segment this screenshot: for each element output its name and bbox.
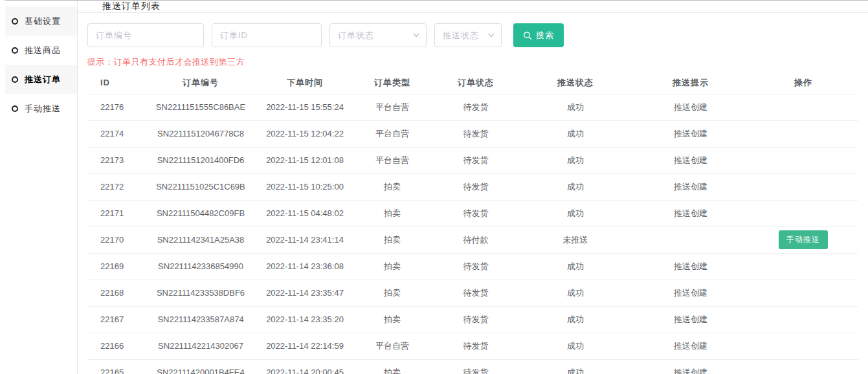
cell-order-no: SN2211151555C86BAE — [142, 94, 259, 120]
cell-push-hint: 推送创建 — [633, 253, 748, 280]
cell-push-status: 成功 — [518, 359, 633, 374]
col-header-actions: 操作 — [748, 72, 858, 94]
cell-status: 待付款 — [434, 226, 518, 253]
cell-order-no: SN22111504482C09FB — [142, 200, 259, 226]
cell-time: 2022-11-15 15:55:24 — [259, 94, 351, 120]
cell-type: 平台自营 — [351, 333, 434, 359]
sidebar-item-1[interactable]: 推送商品 — [5, 36, 77, 65]
sidebar: 基础设置 推送商品 推送订单 手动推送 — [0, 1, 78, 374]
cell-order-no: SN2211142214302067 — [142, 333, 259, 359]
cell-id: 22169 — [87, 253, 142, 280]
order-table: ID 订单编号 下单时间 订单类型 订单状态 推送状态 推送提示 操作 2217… — [87, 72, 858, 374]
cell-push-hint: 推送创建 — [633, 94, 748, 120]
col-header-push-hint: 推送提示 — [633, 72, 748, 94]
search-button-label: 搜索 — [536, 30, 554, 41]
cell-id: 22166 — [87, 333, 142, 359]
cell-status: 待发货 — [434, 94, 518, 120]
sidebar-item-label: 手动推送 — [25, 103, 61, 115]
cell-push-hint: 推送创建 — [633, 280, 748, 306]
cell-actions — [748, 359, 858, 374]
cell-actions — [748, 253, 858, 280]
table-row: 22171 SN22111504482C09FB 2022-11-15 04:4… — [87, 200, 858, 226]
cell-time: 2022-11-14 23:36:08 — [259, 253, 351, 280]
app-window: 基础设置 推送商品 推送订单 手动推送 推送订单列表 订单状态 — [0, 0, 868, 374]
cell-push-status: 成功 — [518, 280, 633, 306]
cell-push-status: 成功 — [518, 94, 633, 120]
cell-status: 待发货 — [434, 200, 518, 226]
cell-id: 22173 — [87, 147, 142, 173]
order-table-wrap: ID 订单编号 下单时间 订单类型 订单状态 推送状态 推送提示 操作 2217… — [87, 72, 858, 374]
cell-order-no: SN2211142341A25A38 — [142, 226, 259, 253]
cell-order-no: SN22111420001B4FE4 — [142, 359, 259, 374]
push-status-select[interactable]: 推送状态 — [434, 23, 502, 47]
sidebar-item-3[interactable]: 手动推送 — [5, 94, 77, 123]
manual-push-button[interactable]: 手动推送 — [779, 230, 828, 249]
cell-type: 平台自营 — [351, 94, 434, 120]
order-number-input[interactable] — [87, 23, 204, 47]
cell-actions — [748, 147, 858, 173]
cell-id: 22170 — [87, 226, 142, 253]
cell-push-hint: 推送创建 — [633, 306, 748, 333]
cell-status: 待发货 — [434, 280, 518, 306]
cell-time: 2022-11-14 20:00:45 — [259, 359, 351, 374]
cell-type: 拍卖 — [351, 173, 434, 200]
cell-type: 拍卖 — [351, 359, 434, 374]
cell-order-no: SN221114233587A874 — [142, 306, 259, 333]
col-header-status: 订单状态 — [434, 72, 518, 94]
order-status-select[interactable]: 订单状态 — [329, 23, 427, 47]
sidebar-item-0[interactable]: 基础设置 — [5, 6, 77, 36]
cell-actions — [748, 280, 858, 306]
circle-bullet-icon — [12, 18, 18, 25]
payment-hint-text: 提示：订单只有支付后才会推送到第三方 — [87, 56, 868, 68]
chevron-down-icon — [488, 33, 495, 38]
col-header-id: ID — [87, 72, 142, 94]
cell-id: 22176 — [87, 94, 142, 120]
col-header-time: 下单时间 — [259, 72, 351, 94]
cell-status: 待发货 — [434, 120, 518, 147]
cell-time: 2022-11-15 04:48:02 — [259, 200, 351, 226]
table-row: 22173 SN2211151201400FD6 2022-11-15 12:0… — [87, 147, 858, 173]
main-content: 推送订单列表 订单状态 推送状态 搜 — [78, 1, 868, 374]
cell-order-no: SN221114233538DBF6 — [142, 280, 259, 306]
order-id-input[interactable] — [212, 23, 322, 47]
cell-push-status: 成功 — [518, 333, 633, 359]
cell-push-status: 成功 — [518, 253, 633, 280]
cell-status: 待发货 — [434, 173, 518, 200]
cell-push-hint: 推送创建 — [633, 120, 748, 147]
cell-push-hint: 推送创建 — [633, 147, 748, 173]
cell-time: 2022-11-15 12:04:22 — [259, 120, 351, 147]
cell-id: 22165 — [87, 359, 142, 374]
table-row: 22169 SN2211142336854990 2022-11-14 23:3… — [87, 253, 858, 280]
cell-time: 2022-11-14 23:35:47 — [259, 280, 351, 306]
cell-order-no: SN2211151201400FD6 — [142, 147, 259, 173]
col-header-order-no: 订单编号 — [142, 72, 259, 94]
cell-status: 待发货 — [434, 306, 518, 333]
table-row: 22166 SN2211142214302067 2022-11-14 22:1… — [87, 333, 858, 359]
cell-type: 拍卖 — [351, 306, 434, 333]
cell-type: 平台自营 — [351, 120, 434, 147]
chevron-down-icon — [413, 33, 419, 38]
cell-push-status: 成功 — [518, 147, 633, 173]
cell-push-status: 未推送 — [518, 226, 633, 253]
cell-order-no: SN2211151025C1C69B — [142, 173, 259, 200]
cell-time: 2022-11-14 23:41:14 — [259, 226, 351, 253]
cell-order-no: SN22111512046778C8 — [142, 120, 259, 147]
cell-actions — [748, 173, 858, 200]
sidebar-item-2[interactable]: 推送订单 — [5, 65, 77, 94]
cell-push-hint: 推送创建 — [633, 173, 748, 200]
cell-actions — [748, 200, 858, 226]
circle-bullet-icon — [12, 105, 18, 112]
cell-type: 平台自营 — [351, 147, 434, 173]
cell-id: 22171 — [87, 200, 142, 226]
sidebar-item-label: 推送订单 — [25, 74, 61, 85]
cell-id: 22168 — [87, 280, 142, 306]
cell-actions — [748, 306, 858, 333]
cell-id: 22167 — [87, 306, 142, 333]
search-button[interactable]: 搜索 — [513, 23, 564, 47]
cell-status: 待发货 — [434, 359, 518, 374]
cell-time: 2022-11-14 23:35:20 — [259, 306, 351, 333]
cell-order-no: SN2211142336854990 — [142, 253, 259, 280]
table-row: 22170 SN2211142341A25A38 2022-11-14 23:4… — [87, 226, 858, 253]
table-row: 22168 SN221114233538DBF6 2022-11-14 23:3… — [87, 280, 858, 306]
push-status-select-value: 推送状态 — [443, 30, 479, 41]
